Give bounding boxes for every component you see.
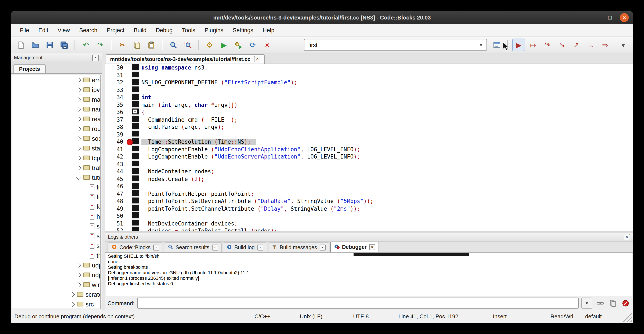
resize-grip[interactable] (622, 312, 632, 322)
tree-item-erro[interactable]: erro (12, 75, 100, 85)
close-button[interactable]: × (620, 13, 629, 22)
code-line-33[interactable]: 33 (105, 86, 633, 94)
tree-item-he[interactable]: he (12, 211, 100, 221)
chevron-collapsed-icon[interactable] (76, 126, 81, 131)
code-line-46[interactable]: 46 (105, 183, 633, 190)
menu-project[interactable]: Project (102, 27, 129, 33)
code-line-52[interactable]: 52 devices = pointToPoint.Install (nodes… (105, 227, 633, 231)
editor-margin[interactable] (132, 160, 139, 168)
editor-margin[interactable] (132, 183, 139, 190)
search-combobox-value[interactable]: first (304, 42, 476, 48)
code-line-34[interactable]: 34int (105, 94, 633, 101)
editor-margin[interactable] (132, 227, 139, 231)
build-button[interactable]: ⚙ (203, 39, 216, 51)
editor-tab-close-icon[interactable]: × (254, 56, 260, 62)
tree-item-se[interactable]: se (12, 221, 100, 231)
toolbar-overflow-button[interactable]: ▾ (617, 39, 630, 51)
code-line-31[interactable]: 31 (105, 71, 633, 79)
tree-item-mat[interactable]: mat (12, 95, 100, 104)
breakpoint-icon[interactable] (126, 139, 133, 145)
editor-margin[interactable] (132, 109, 139, 116)
menu-build[interactable]: Build (129, 27, 151, 33)
menu-search[interactable]: Search (74, 27, 102, 33)
editor-margin[interactable] (132, 94, 139, 101)
code-line-48[interactable]: 48 pointToPoint.SetDeviceAttribute ("Dat… (105, 197, 633, 205)
log-tab-close-icon[interactable]: × (212, 245, 218, 250)
chevron-collapsed-icon[interactable] (76, 165, 81, 170)
code-line-42[interactable]: 42 LogComponentEnable ("UdpEchoServerApp… (105, 153, 633, 160)
log-tab-search-results[interactable]: Search results× (164, 242, 222, 252)
management-close-icon[interactable]: × (92, 55, 99, 61)
menu-file[interactable]: File (15, 27, 34, 33)
code-line-39[interactable]: 39 (105, 131, 633, 138)
tree-item-scratch[interactable]: scratch (12, 289, 100, 299)
chevron-collapsed-icon[interactable] (76, 282, 81, 287)
run-button[interactable]: ▶ (218, 39, 230, 51)
paste-button[interactable] (145, 39, 158, 51)
maximize-button[interactable]: □ (606, 13, 614, 22)
step-out-button[interactable]: ↗ (570, 39, 582, 51)
cut-button[interactable]: ✂ (116, 39, 129, 51)
copy-button[interactable] (130, 39, 143, 51)
tree-item-fif[interactable]: fif (12, 182, 100, 192)
code-line-35[interactable]: 35main (int argc, char *argv[]) (105, 101, 633, 109)
horizontal-splitter[interactable] (105, 231, 633, 233)
log-tab-close-icon[interactable]: × (257, 245, 263, 250)
code-line-44[interactable]: 44 NodeContainer nodes; (105, 168, 633, 175)
command-history-dropdown[interactable]: ▾ (581, 297, 592, 308)
tree-item-th[interactable]: th (12, 250, 100, 260)
editor-margin[interactable] (132, 71, 139, 79)
log-tab-build-log[interactable]: Build log× (222, 242, 267, 252)
code-line-40[interactable]: 40 Time::SetResolution (Time::NS); (105, 138, 633, 146)
code-line-45[interactable]: 45 nodes.Create (2); (105, 175, 633, 183)
abort-build-button[interactable]: × (261, 39, 274, 51)
tree-item-udp[interactable]: udp (12, 260, 100, 270)
save-button[interactable] (43, 39, 56, 51)
chevron-collapsed-icon[interactable] (76, 107, 81, 112)
tree-item-wire[interactable]: wire (12, 280, 100, 289)
tree-item-se[interactable]: se (12, 231, 100, 241)
tree-item-sock[interactable]: sock (12, 134, 100, 143)
code-line-51[interactable]: 51 NetDeviceContainer devices; (105, 220, 633, 227)
editor-margin[interactable] (132, 175, 139, 183)
undo-button[interactable]: ↶ (80, 39, 92, 51)
stop-debugger-icon[interactable] (620, 298, 630, 308)
code-editor[interactable]: 30using namespace ns3;3132NS_LOG_COMPONE… (105, 64, 633, 231)
tree-item-nam[interactable]: nam (12, 104, 100, 114)
log-tab-build-messages[interactable]: Build messages× (268, 242, 330, 252)
redo-button[interactable]: ↷ (94, 39, 107, 51)
log-tab-code-blocks[interactable]: Code::Blocks× (108, 242, 163, 252)
menu-view[interactable]: View (53, 27, 74, 33)
chevron-expanded-icon[interactable] (76, 175, 81, 180)
tab-projects[interactable]: Projects (13, 65, 46, 73)
tree-item-src[interactable]: src (12, 299, 100, 309)
tree-item-tuto[interactable]: tuto (12, 173, 100, 182)
code-line-38[interactable]: 38 cmd.Parse (argc, argv); (105, 123, 633, 131)
build-and-run-button[interactable] (232, 39, 245, 51)
incremental-search-button[interactable] (490, 39, 503, 51)
titlebar[interactable]: mnt/dev/tools/source/ns-3-dev/examples/t… (11, 11, 633, 24)
chevron-collapsed-icon[interactable] (76, 136, 81, 141)
code-line-49[interactable]: 49 pointToPoint.SetChannelAttribute ("De… (105, 205, 633, 212)
save-all-button[interactable] (58, 39, 70, 51)
link-icon[interactable] (595, 298, 605, 308)
editor-margin[interactable] (132, 123, 139, 131)
editor-margin[interactable] (132, 153, 139, 160)
next-instruction-button[interactable]: → (584, 39, 597, 51)
editor-margin[interactable] (132, 205, 139, 212)
menu-edit[interactable]: Edit (34, 27, 53, 33)
tree-item-tcp[interactable]: tcp (12, 153, 100, 163)
editor-margin[interactable] (132, 101, 139, 109)
menu-settings[interactable]: Settings (228, 27, 258, 33)
code-line-41[interactable]: 41 LogComponentEnable ("UdpEchoClientApp… (105, 146, 633, 153)
menu-tools[interactable]: Tools (177, 27, 200, 33)
run-to-cursor-button[interactable]: ↦ (527, 39, 540, 51)
editor-margin[interactable] (132, 138, 139, 146)
menu-help[interactable]: Help (258, 27, 279, 33)
tree-item-reall[interactable]: reall (12, 114, 100, 124)
code-line-32[interactable]: 32NS_LOG_COMPONENT_DEFINE ("FirstScriptE… (105, 79, 633, 86)
chevron-collapsed-icon[interactable] (70, 292, 75, 297)
chevron-collapsed-icon[interactable] (76, 97, 81, 102)
chevron-down-icon[interactable]: ▾ (476, 42, 486, 48)
tree-item-udp-[interactable]: udp- (12, 270, 100, 280)
